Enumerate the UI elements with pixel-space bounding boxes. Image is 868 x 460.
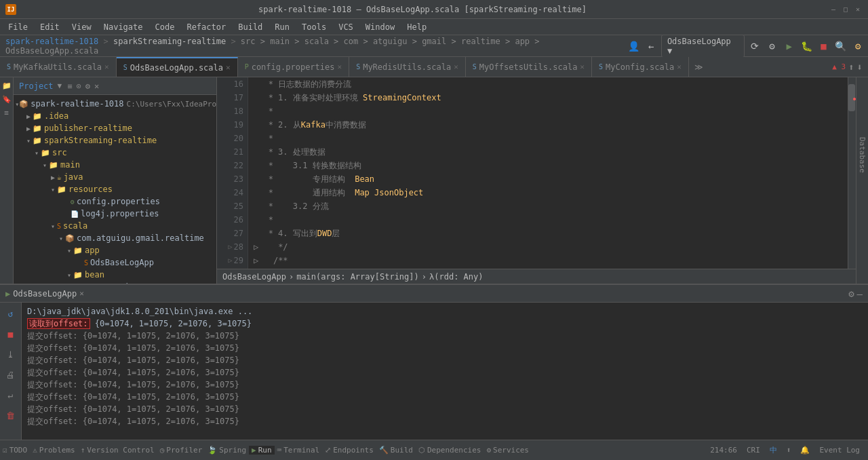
build-tab[interactable]: 🔨 Build xyxy=(376,446,416,455)
tree-item-app[interactable]: ▾ 📁 app xyxy=(14,244,216,256)
endpoints-tab[interactable]: ⤢ Endpoints xyxy=(322,446,376,455)
close-panel-button[interactable]: ✕ xyxy=(93,80,100,92)
notifications-button[interactable]: 🔔 xyxy=(797,446,812,455)
panel-settings-button[interactable]: ⚙ xyxy=(84,80,92,92)
run-line-3: 提交offset: {0=1074, 1=1075, 2=1076, 3=107… xyxy=(27,330,863,342)
soft-wrap-button[interactable]: ↵ xyxy=(3,387,19,403)
tab-myoffsetsutils[interactable]: S MyOffsetsUtils.scala ✕ xyxy=(466,57,592,77)
terminal-tab[interactable]: ⌨ Terminal xyxy=(275,446,323,455)
run-config-button[interactable]: ▶ xyxy=(782,39,796,54)
menu-tools[interactable]: Tools xyxy=(296,21,332,33)
tree-item-config-prop[interactable]: ▶ ⚙ config.properties xyxy=(14,195,216,208)
maximize-button[interactable]: □ xyxy=(841,5,850,14)
error-count-badge[interactable]: ▲ 3 xyxy=(832,62,846,71)
search-everywhere-button[interactable]: 🔍 xyxy=(833,39,848,54)
breadcrumb-lambda[interactable]: λ(rdd: Any) xyxy=(429,272,483,282)
tab-config[interactable]: P config.properties ✕ xyxy=(238,57,349,77)
services-tab[interactable]: ⚙ Services xyxy=(484,446,532,455)
tree-item-odsbaselogapp[interactable]: ▶ S OdsBaseLogApp xyxy=(14,256,216,269)
menu-build[interactable]: Build xyxy=(233,21,268,33)
left-sidebar-icons: 📁 🔖 ≡ xyxy=(0,77,14,284)
database-tools-icon[interactable]: Database xyxy=(858,132,867,178)
tree-item-sparkstreaming[interactable]: ▾ 📁 sparkStreaming-realtime xyxy=(14,134,216,147)
menu-vcs[interactable]: VCS xyxy=(333,21,359,33)
fold-icon-28[interactable]: ▷ xyxy=(229,240,233,254)
tab-close-myredisutils[interactable]: ✕ xyxy=(454,62,458,71)
event-log-button[interactable]: Event Log xyxy=(816,446,863,455)
tab-close-myconfig[interactable]: ✕ xyxy=(677,62,682,71)
restart-button[interactable]: ↺ xyxy=(3,305,19,322)
stop-button[interactable]: ■ xyxy=(816,39,831,54)
problems-tab[interactable]: ⚠ Problems xyxy=(30,446,78,455)
menu-edit[interactable]: Edit xyxy=(35,21,65,33)
lang-status[interactable]: 中 xyxy=(767,445,780,455)
expand-editor-button[interactable]: ⬆ xyxy=(848,62,854,73)
settings-icon[interactable]: ⚙ xyxy=(765,39,779,54)
person-icon[interactable]: 👤 xyxy=(627,39,641,54)
tab-myconfig[interactable]: S MyConfig.scala ✕ xyxy=(592,57,689,77)
structure-icon[interactable]: ≡ xyxy=(1,107,12,118)
tree-item-java[interactable]: ▶ ☕ java xyxy=(14,171,216,183)
project-icon[interactable]: 📁 xyxy=(1,80,12,91)
breadcrumb-method[interactable]: main(args: Array[String]) xyxy=(296,272,419,282)
tree-item-main[interactable]: ▾ 📁 main xyxy=(14,159,216,171)
stop-run-button[interactable]: ■ xyxy=(3,326,19,342)
fold-icon-29[interactable]: ▷ xyxy=(229,254,233,267)
class-dropdown[interactable]: OdsBaseLogApp ▼ xyxy=(661,35,745,58)
run-tab-close[interactable]: ✕ xyxy=(79,289,84,298)
window-controls[interactable]: – □ ✕ xyxy=(829,5,863,14)
back-button[interactable]: ← xyxy=(644,39,658,54)
tab-close-config[interactable]: ✕ xyxy=(338,62,342,71)
code-editor[interactable]: * 日志数据的消费分流 * 1. 准备实时处理环境 StreamingConte… xyxy=(248,77,848,269)
tab-close-odsbaselogapp[interactable]: ✕ xyxy=(226,63,231,72)
tab-odsbaselogapp[interactable]: S OdsBaseLogApp.scala ✕ xyxy=(117,57,238,77)
tree-item-package[interactable]: ▾ 📦 com.atguigu.gmail.realtime xyxy=(14,232,216,244)
locate-file-button[interactable]: ⊙ xyxy=(75,80,82,92)
version-control-tab[interactable]: ↑ Version Control xyxy=(78,446,157,455)
tree-item-log4j[interactable]: ▶ 📄 log4j.properties xyxy=(14,208,216,220)
tree-item-src[interactable]: ▾ 📁 src xyxy=(14,147,216,159)
tree-item-scala-folder[interactable]: ▾ S scala xyxy=(14,220,216,232)
menu-navigate[interactable]: Navigate xyxy=(98,21,149,33)
tree-item-resources[interactable]: ▾ 📁 resources xyxy=(14,183,216,195)
debug-button[interactable]: 🐛 xyxy=(799,39,813,54)
todo-tab[interactable]: ☑ TODO xyxy=(0,446,30,455)
run-settings-button[interactable]: ⚙ xyxy=(848,288,854,299)
menu-code[interactable]: Code xyxy=(150,21,180,33)
tab-myredisutils[interactable]: S MyRedisUtils.scala ✕ xyxy=(349,57,466,77)
run-minimize-button[interactable]: – xyxy=(857,288,863,299)
menu-help[interactable]: Help xyxy=(401,21,432,33)
bookmark-icon[interactable]: 🔖 xyxy=(1,94,12,104)
run-output-area[interactable]: D:\java_jdk\java\jdk1.8.0_201\bin\java.e… xyxy=(22,303,868,440)
dependencies-tab[interactable]: ⬡ Dependencies xyxy=(416,446,484,455)
tree-item-project-root[interactable]: ▾ 📦 spark-realtime-1018 C:\Users\Fxx\Ide… xyxy=(14,98,216,110)
settings-main-button[interactable]: ⚙ xyxy=(851,39,865,54)
tab-mykafkautils[interactable]: S MyKafkaUtils.scala ✕ xyxy=(0,57,117,77)
tree-item-idea[interactable]: ▶ 📁 .idea xyxy=(14,110,216,122)
profiler-tab[interactable]: ◷ Profiler xyxy=(157,446,205,455)
clear-output-button[interactable]: 🗑 xyxy=(3,407,19,423)
split-editor-button[interactable]: ⬇ xyxy=(857,62,863,73)
minimize-button[interactable]: – xyxy=(829,5,838,14)
breadcrumb-class[interactable]: OdsBaseLogApp xyxy=(222,272,286,282)
tab-close-mykafkautils[interactable]: ✕ xyxy=(104,62,109,71)
tab-close-myoffsetsutils[interactable]: ✕ xyxy=(580,62,585,71)
menu-window[interactable]: Window xyxy=(360,21,400,33)
scroll-to-end-button[interactable]: ⤓ xyxy=(3,346,19,362)
panel-dropdown-icon[interactable]: ▼ xyxy=(58,81,62,90)
tree-item-publisher[interactable]: ▶ 📁 publisher-realtime xyxy=(14,122,216,134)
more-tabs-button[interactable]: ≫ xyxy=(689,57,709,77)
run-tab[interactable]: ▶ Run xyxy=(249,446,275,455)
print-button[interactable]: 🖨 xyxy=(3,366,19,383)
sparkstreaming-arrow: ▾ xyxy=(24,137,33,145)
spring-tab[interactable]: 🍃 Spring xyxy=(205,446,249,455)
close-button[interactable]: ✕ xyxy=(853,5,863,14)
refresh-button[interactable]: ⟳ xyxy=(747,39,762,54)
menu-refactor[interactable]: Refactor xyxy=(181,21,231,33)
tree-item-bean[interactable]: ▾ 📁 bean xyxy=(14,269,216,281)
menu-file[interactable]: File xyxy=(3,21,33,33)
git-status[interactable]: ⬆ xyxy=(784,446,794,455)
collapse-all-button[interactable]: ≡ xyxy=(66,80,73,92)
menu-view[interactable]: View xyxy=(66,21,97,33)
menu-run[interactable]: Run xyxy=(269,21,295,33)
